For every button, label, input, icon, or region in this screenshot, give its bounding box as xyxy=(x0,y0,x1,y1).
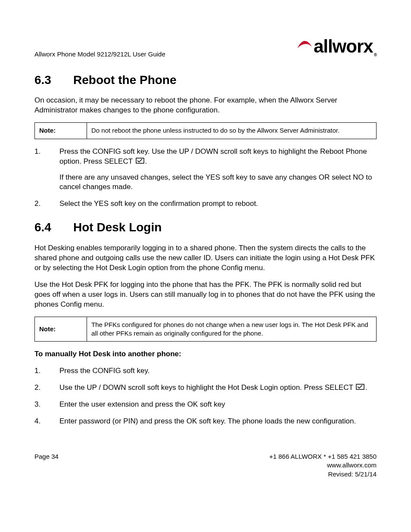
footer-phone: +1 866 ALLWORX * +1 585 421 3850 xyxy=(269,452,377,461)
step-text: If there are any unsaved changes, select… xyxy=(59,173,377,193)
section-number: 6.3 xyxy=(34,72,73,88)
list-item: Press the CONFIG soft key. xyxy=(34,366,377,376)
note-label: Note: xyxy=(35,123,87,139)
section-title: Reboot the Phone xyxy=(73,72,177,88)
logo-registered: ® xyxy=(374,52,377,58)
logo-text: allworx xyxy=(314,34,373,59)
section-heading-6-4: 6.4 Hot Desk Login xyxy=(34,219,377,236)
footer-url: www.allworx.com xyxy=(269,461,377,470)
body-text: Hot Desking enables temporarily logging … xyxy=(34,243,377,273)
section-heading-6-3: 6.3 Reboot the Phone xyxy=(34,72,377,88)
note-box: Note: Do not reboot the phone unless ins… xyxy=(34,122,377,139)
select-checkbox-icon xyxy=(356,383,364,393)
step-text: Enter the user extension and press the O… xyxy=(59,400,377,410)
page-number: Page 34 xyxy=(34,452,59,479)
body-text: Use the Hot Desk PFK for logging into th… xyxy=(34,280,377,310)
list-item: Use the UP / DOWN scroll soft keys to hi… xyxy=(34,383,377,393)
page-header: Allworx Phone Model 9212/9212L User Guid… xyxy=(34,34,377,59)
step-text: Select the YES soft key on the confirmat… xyxy=(59,199,377,209)
note-label: Note: xyxy=(35,317,87,342)
logo-swoosh-icon xyxy=(296,32,313,56)
list-item: Enter password (or PIN) and press the OK… xyxy=(34,417,377,426)
footer-revised: Revised: 5/21/14 xyxy=(269,470,377,479)
subsection-heading: To manually Hot Desk into another phone: xyxy=(34,349,377,359)
step-text: Press the CONFIG soft key. Use the UP / … xyxy=(59,147,377,167)
step-text: Use the UP / DOWN scroll soft keys to hi… xyxy=(59,383,377,393)
step-text: Press the CONFIG soft key. xyxy=(59,366,377,376)
step-text: Enter password (or PIN) and press the OK… xyxy=(59,417,377,426)
section-number: 6.4 xyxy=(34,219,73,236)
note-text: Do not reboot the phone unless instructe… xyxy=(87,123,377,139)
section-intro-text: On occasion, it may be necessary to rebo… xyxy=(34,96,377,115)
allworx-logo: allworx ® xyxy=(296,34,377,59)
reboot-steps-list: Press the CONFIG soft key. Use the UP / … xyxy=(34,147,377,209)
page-footer: Page 34 +1 866 ALLWORX * +1 585 421 3850… xyxy=(34,452,377,479)
list-item: Select the YES soft key on the confirmat… xyxy=(34,199,377,209)
section-title: Hot Desk Login xyxy=(73,219,162,236)
doc-title: Allworx Phone Model 9212/9212L User Guid… xyxy=(34,50,165,59)
list-item: Press the CONFIG soft key. Use the UP / … xyxy=(34,147,377,193)
note-box: Note: The PFKs configured for phones do … xyxy=(34,317,377,342)
hotdesk-steps-list: Press the CONFIG soft key. Use the UP / … xyxy=(34,366,377,426)
note-text: The PFKs configured for phones do not ch… xyxy=(87,317,377,342)
select-checkbox-icon xyxy=(136,157,144,167)
list-item: Enter the user extension and press the O… xyxy=(34,400,377,410)
